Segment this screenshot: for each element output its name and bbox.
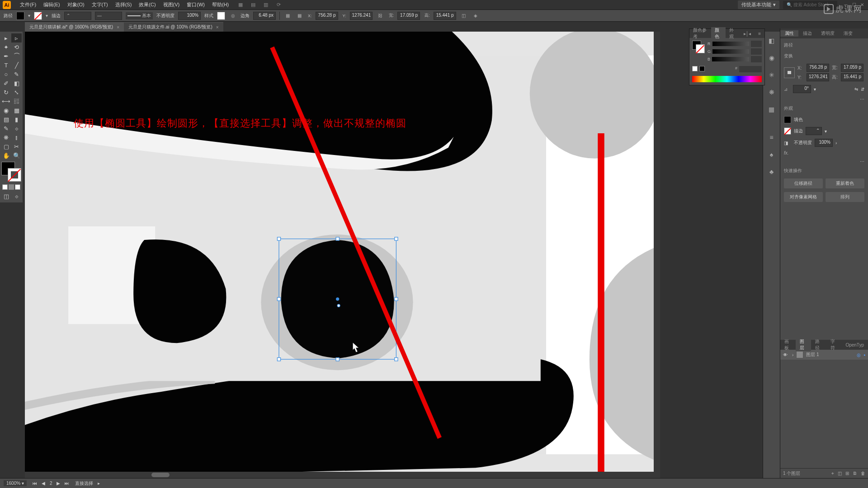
- magic-wand-tool[interactable]: ✦: [1, 42, 11, 52]
- chevron-down-icon[interactable]: ▾: [28, 13, 30, 18]
- zoom-tool[interactable]: 🔍: [11, 151, 22, 160]
- artboard[interactable]: 使用【椭圆工具】绘制圆形，【直接选择工具】调整，做出不规整的椭圆: [25, 32, 660, 478]
- shape-builder-tool[interactable]: ◉: [1, 106, 11, 115]
- transparency-tab[interactable]: 透明度: [816, 30, 839, 37]
- opacity-field[interactable]: 100%: [178, 12, 201, 20]
- style-swatch[interactable]: [217, 12, 225, 20]
- fx-label[interactable]: fx.: [784, 150, 864, 155]
- r-slider[interactable]: [712, 42, 750, 46]
- paintbrush-tool[interactable]: ✎: [11, 70, 22, 79]
- document-tab-2[interactable]: 元旦是只猫源文件.ai @ 100% (RGB/预览) ×: [124, 22, 223, 32]
- libraries-icon[interactable]: ◉: [766, 52, 777, 63]
- stroke-tab[interactable]: 描边: [798, 30, 816, 37]
- properties-icon[interactable]: ◧: [766, 35, 777, 46]
- locate-icon[interactable]: ⌖: [831, 471, 834, 476]
- artboard-tool[interactable]: ▢: [1, 142, 11, 151]
- w-field[interactable]: 17.059 p: [397, 12, 420, 20]
- menu-effect[interactable]: 效果(C): [135, 1, 159, 8]
- brush-style-dropdown[interactable]: 基本: [126, 12, 153, 19]
- h-field[interactable]: 15.441 p: [434, 12, 456, 20]
- brushes-icon[interactable]: ✳: [766, 70, 777, 80]
- appearance-tab[interactable]: 外观: [726, 27, 740, 40]
- link-wh-icon[interactable]: ⛓: [376, 12, 384, 20]
- next-icon[interactable]: ▶: [55, 481, 61, 486]
- slice-tool[interactable]: ✂: [11, 142, 22, 151]
- delete-layer-icon[interactable]: 🗑: [861, 471, 865, 476]
- stroke-weight-dropdown[interactable]: ⌃: [64, 12, 91, 20]
- opentype-tab[interactable]: OpenTyp: [841, 343, 868, 347]
- stroke-profile-dropdown[interactable]: —: [95, 12, 122, 20]
- color-guide-tab[interactable]: 颜色参考: [689, 27, 711, 40]
- curvature-tool[interactable]: ⁀: [11, 52, 22, 61]
- menu-help[interactable]: 帮助(H): [208, 1, 232, 8]
- perspective-grid-tool[interactable]: ▦: [11, 106, 22, 115]
- x-field[interactable]: 756.28 p: [316, 12, 338, 20]
- scale-tool[interactable]: ⤡: [11, 88, 22, 97]
- fill-stroke-mini[interactable]: [692, 41, 705, 53]
- more-options-icon[interactable]: ⋯: [784, 159, 864, 164]
- fill-swatch-sm[interactable]: [784, 116, 791, 123]
- layer-name[interactable]: 图层 1: [806, 352, 819, 358]
- visibility-icon[interactable]: 👁: [783, 352, 789, 357]
- new-layer-icon[interactable]: 🗎: [853, 471, 857, 476]
- free-transform-tool[interactable]: ⛆: [11, 97, 22, 106]
- reference-point-picker[interactable]: [784, 67, 795, 78]
- draw-mode-icon[interactable]: ⟐: [11, 192, 22, 201]
- chevron-down-icon[interactable]: ▾: [814, 87, 816, 92]
- menu-edit[interactable]: 编辑(E): [40, 1, 64, 8]
- hand-tool[interactable]: ✋: [1, 151, 11, 160]
- recolor-button[interactable]: 重新着色: [826, 178, 864, 188]
- none-swatch-icon[interactable]: [692, 66, 698, 71]
- artboard-number[interactable]: 2: [48, 481, 54, 486]
- offset-path-button[interactable]: 位移路径: [784, 178, 823, 188]
- mesh-tool[interactable]: ▧: [1, 115, 11, 124]
- close-tab-icon[interactable]: ×: [216, 25, 219, 30]
- transform-icon[interactable]: ▦: [295, 12, 303, 20]
- menu-view[interactable]: 视图(V): [160, 1, 184, 8]
- symbol-sprayer-tool[interactable]: ❋: [1, 133, 11, 142]
- layer-row[interactable]: 👁 › 图层 1 ◎ ▪: [780, 350, 868, 360]
- gradient-tab[interactable]: 渐变: [839, 30, 857, 37]
- arrange-button[interactable]: 排列: [826, 192, 864, 202]
- v-scrollbar[interactable]: [654, 32, 660, 472]
- gradient-mode-icon[interactable]: [9, 184, 14, 190]
- none-mode-icon[interactable]: [15, 184, 20, 190]
- symbols-icon[interactable]: ❋: [766, 87, 777, 98]
- collapse-icon[interactable]: ▸│◂: [740, 31, 755, 36]
- suit-icon[interactable]: ♠: [766, 149, 777, 160]
- rotate-tool[interactable]: ↻: [1, 88, 11, 97]
- hex-field[interactable]: [739, 66, 762, 72]
- first-icon[interactable]: ⏮: [31, 481, 38, 486]
- gradient-tool[interactable]: ▮: [11, 115, 22, 124]
- expand-icon[interactable]: ›: [792, 352, 793, 357]
- b-value[interactable]: [751, 56, 762, 62]
- fill-stroke-control[interactable]: [1, 162, 21, 182]
- eyedropper-tool[interactable]: ✎: [1, 124, 11, 133]
- shape-mode-icon[interactable]: ◫: [460, 12, 468, 20]
- new-sublayer-icon[interactable]: ⊞: [845, 471, 849, 476]
- menu-select[interactable]: 选择(S): [112, 1, 136, 8]
- g-slider[interactable]: [712, 49, 749, 54]
- menu-type[interactable]: 文字(T): [88, 1, 112, 8]
- char-tab[interactable]: 字符: [826, 338, 842, 351]
- menu-file[interactable]: 文件(F): [16, 1, 40, 8]
- more-options-icon[interactable]: ⋯: [784, 97, 864, 102]
- recolor-icon[interactable]: ◎: [229, 12, 237, 20]
- width-tool[interactable]: ⟷: [1, 97, 11, 106]
- stroke-color[interactable]: [8, 168, 21, 182]
- align-pixel-button[interactable]: 对齐像素网格: [784, 192, 823, 202]
- b-slider[interactable]: [712, 57, 749, 61]
- column-graph-tool[interactable]: ⫿: [11, 133, 22, 142]
- shaper-tool[interactable]: ✐: [1, 79, 11, 88]
- stroke-swatch-sm[interactable]: [784, 127, 791, 135]
- g-value[interactable]: [751, 48, 762, 55]
- prop-x-field[interactable]: 756.28 p: [807, 64, 829, 72]
- arrange-icon[interactable]: ▤: [250, 1, 257, 9]
- stroke-panel-icon[interactable]: ≡: [766, 132, 777, 143]
- prop-y-field[interactable]: 1276.241: [807, 73, 829, 81]
- swatches-icon[interactable]: ▦: [766, 104, 777, 115]
- close-tab-icon[interactable]: ×: [117, 25, 119, 30]
- prop-h-field[interactable]: 15.441 p: [841, 73, 863, 81]
- y-field[interactable]: 1276.241: [350, 12, 373, 20]
- flip-v-icon[interactable]: ⇵: [861, 87, 864, 92]
